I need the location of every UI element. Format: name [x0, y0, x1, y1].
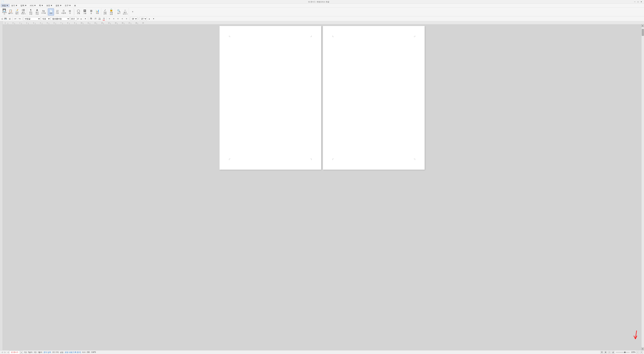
bold-button[interactable]: 가: [89, 17, 93, 20]
background-button[interactable]: 🗒 바탕쪽: [60, 8, 67, 15]
chart-button[interactable]: 📊 차트: [94, 8, 100, 15]
font-color-button[interactable]: 가: [102, 17, 106, 20]
zoom-up-btn[interactable]: ▲: [147, 17, 151, 20]
view-mode-print-button[interactable]: 🖨: [612, 351, 614, 354]
svg-text:6: 6: [54, 22, 54, 24]
minimize-button[interactable]: ─: [634, 1, 636, 3]
table-button[interactable]: ⊞ 표: [88, 8, 94, 15]
margin-mark-br-1: [310, 159, 312, 160]
zoom-out-button[interactable]: −: [636, 351, 639, 354]
para-style-button[interactable]: ¶ 문단모양: [28, 8, 34, 15]
zoom-select[interactable]: 125 %: [139, 17, 147, 20]
page-1[interactable]: [220, 26, 321, 170]
style-button[interactable]: Aa 스타일: [40, 8, 46, 15]
font-color-indicator: [103, 20, 105, 20]
zoom-dn-btn[interactable]: ▼: [152, 17, 156, 20]
image-label: 그림: [83, 13, 86, 14]
underline-button[interactable]: 가: [98, 17, 102, 20]
menu-item-insert[interactable]: 입력 ▼: [19, 4, 28, 7]
distribute-button[interactable]: ≡: [125, 17, 128, 20]
zoom-thumb[interactable]: [624, 352, 626, 353]
align-center-button[interactable]: ≡: [112, 17, 116, 20]
align-justify-button[interactable]: ≡: [120, 17, 124, 20]
scrollbar-track[interactable]: [642, 27, 644, 347]
horizontal-page-button[interactable]: 📰 가로: [54, 8, 60, 15]
menu-item-edit[interactable]: 편집 ▼: [1, 4, 10, 7]
menu-item-format[interactable]: 서식 ▼: [28, 4, 37, 7]
paste-button[interactable]: 📋 붙이기: [8, 8, 14, 15]
view-mode-page-button[interactable]: □: [608, 351, 611, 354]
menu-item-extra[interactable]: ✕: [73, 4, 78, 7]
extra-button[interactable]: ≡: [130, 8, 136, 15]
menu-item-tools[interactable]: 도구 ▼: [64, 4, 72, 7]
align-left-button[interactable]: ≡: [108, 17, 111, 20]
close-button[interactable]: ✕: [640, 1, 643, 3]
columns-button[interactable]: ⊟ 단: [67, 8, 73, 15]
new-page-button[interactable]: 📄 새로: [48, 8, 54, 15]
clear-label: 글자지우기: [21, 11, 26, 15]
font-name-select[interactable]: 바탕글: [24, 17, 40, 20]
line-spacing-select[interactable]: 160: [130, 17, 138, 20]
font-style-select[interactable]: 대표: [41, 17, 50, 20]
doc-tab-1[interactable]: 빈 문서 1: [9, 351, 20, 354]
page-2[interactable]: [323, 26, 425, 170]
toolbar-group-insert: ◯ 도형 🖼 그림 ⊞ 표 📊 차트: [75, 8, 101, 16]
prev-page-button[interactable]: ◁: [1, 351, 4, 354]
scroll-up-button[interactable]: ▲: [642, 24, 644, 27]
right-scrollbar: ▲ ▼: [641, 24, 644, 350]
menu-item-page[interactable]: 쪽 ▼: [38, 4, 44, 7]
zoom-in-button[interactable]: +: [640, 351, 643, 354]
scroll-down-button[interactable]: ▼: [642, 348, 644, 350]
format-back-button[interactable]: ◁: [1, 17, 3, 20]
menu-item-view[interactable]: 보기 ▼: [10, 4, 19, 7]
add-tab-button[interactable]: +: [20, 351, 23, 354]
ruler-corner: [0, 21, 3, 24]
title-bar-controls[interactable]: ─ □ ✕: [634, 1, 643, 3]
background-icon: 🗒: [62, 10, 65, 12]
undo-button[interactable]: ↩: [14, 17, 17, 20]
font-base-select[interactable]: 함초롬바탕: [51, 17, 70, 20]
page-row: [220, 26, 425, 170]
menu-item-security[interactable]: 보안 ▼: [45, 4, 54, 7]
frame-protect-button[interactable]: 🔒 개체보호: [108, 8, 114, 15]
horizontal-ruler: -1 0 1 2 3 4 5 6 7 8 9: [3, 21, 644, 24]
italic-button[interactable]: 가: [93, 17, 97, 20]
toolbar-group-page: 📄 새로 📰 가로 🗒 바탕쪽 ⊟ 단: [47, 8, 74, 16]
font-size-dn-btn[interactable]: ▼: [84, 17, 87, 20]
clear-button[interactable]: ⌫ 글자지우기: [20, 8, 26, 15]
format-bar: ◁ 💾 🖨 ↩ ↪ 바탕글 대표 함초롬바탕 pt ▲ ▼ 가 가 가 가 ≡ …: [0, 16, 644, 21]
svg-text:3: 3: [33, 22, 34, 24]
margin-mark-bl-2: [332, 159, 334, 160]
svg-text:9: 9: [74, 22, 75, 24]
frame-expand-button[interactable]: ⤢ 개체선택: [102, 8, 108, 15]
svg-text:12: 12: [94, 22, 96, 24]
restore-button[interactable]: □: [637, 1, 639, 3]
find-button[interactable]: 🔍 찾기: [116, 8, 122, 15]
copy-format-button[interactable]: 📝 모양복사: [14, 8, 20, 15]
next-page-button[interactable]: ▷: [4, 351, 6, 354]
replace-button[interactable]: ↔ 글자바꾸기: [122, 8, 128, 15]
image-button[interactable]: 🖼 그림: [82, 8, 88, 15]
redo-button[interactable]: ↪: [18, 17, 22, 20]
new-page-label: 새로: [50, 12, 52, 14]
font-size-up-btn[interactable]: ▲: [79, 17, 83, 20]
view-mode-outline-button[interactable]: ⊞: [604, 351, 607, 354]
format-save-btn[interactable]: 💾: [4, 17, 7, 20]
frame-protect-icon: 🔒: [110, 9, 113, 11]
menu-item-review[interactable]: 검토 ▼: [54, 4, 63, 7]
scroll-area[interactable]: [3, 24, 641, 350]
font-size-input[interactable]: [70, 17, 77, 20]
svg-text:1: 1: [20, 22, 20, 24]
input-mode-label: 문자 입력: [44, 351, 51, 354]
save-button[interactable]: 💾 저장하기: [1, 8, 7, 15]
view-mode-normal-button[interactable]: ☰: [600, 351, 603, 354]
char-style-button[interactable]: A 글자모양: [34, 8, 40, 15]
zoom-slider[interactable]: [616, 352, 630, 353]
align-right-button[interactable]: ≡: [116, 17, 120, 20]
scrollbar-thumb[interactable]: [642, 29, 644, 36]
changed-content-label[interactable]: 변경 내용 [기록 중지]: [65, 351, 81, 354]
shape-button[interactable]: ◯ 도형: [76, 8, 82, 15]
prev-section-button[interactable]: ◁: [7, 351, 9, 354]
format-print-btn[interactable]: 🖨: [8, 17, 12, 20]
toolbar-group-style: ¶ 문단모양 A 글자모양 Aa 스타일: [27, 8, 47, 16]
